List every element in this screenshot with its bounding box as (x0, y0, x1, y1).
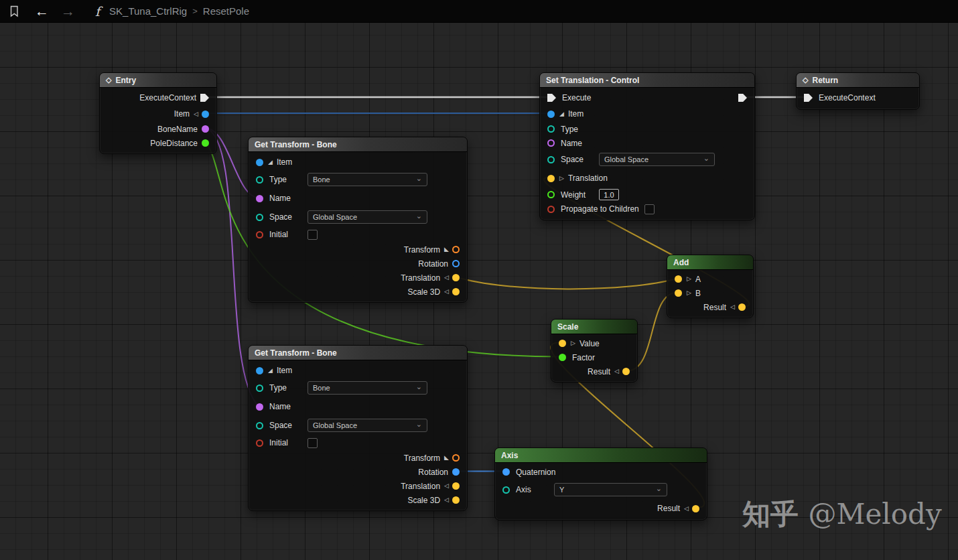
pin-row-bonename: BoneName (100, 122, 216, 136)
weight-pin[interactable] (547, 191, 555, 198)
execute-pin[interactable] (547, 94, 556, 102)
node-get-transform-bone-2[interactable]: Get Transform - Bone ◢ItemTypeBone⌄NameS… (248, 345, 468, 511)
initial-checkbox[interactable] (307, 230, 318, 240)
result-expander-icon[interactable]: ◁ (684, 506, 689, 512)
space-select[interactable]: Global Space⌄ (307, 210, 427, 224)
rotation-pin[interactable] (452, 260, 460, 267)
node-entry-header[interactable]: ◇ Entry (100, 73, 216, 88)
forward-button[interactable]: → (61, 4, 75, 18)
translation-pin[interactable] (452, 482, 460, 490)
name-pin[interactable] (256, 195, 263, 202)
executecontext-pin[interactable] (200, 94, 209, 102)
bonename-pin[interactable] (202, 125, 209, 133)
propagate-to-children-pin[interactable] (547, 206, 555, 213)
node-return-header[interactable]: ◇ Return (797, 73, 919, 88)
transform-pin[interactable] (452, 246, 460, 253)
chevron-down-icon: ⌄ (656, 485, 662, 492)
translation-expander-icon[interactable]: ◁ (444, 275, 449, 281)
node-get-transform-header[interactable]: Get Transform - Bone (249, 346, 467, 360)
transform-pin[interactable] (452, 454, 460, 462)
space-pin[interactable] (547, 156, 555, 163)
rotation-label: Rotation (418, 259, 448, 269)
translation-pin[interactable] (547, 175, 555, 182)
node-axis-header[interactable]: Axis (495, 448, 707, 463)
initial-pin[interactable] (256, 439, 263, 447)
node-set-translation-header[interactable]: Set Translation - Control (540, 73, 754, 88)
node-title: Axis (501, 451, 518, 460)
node-get-transform-bone-1[interactable]: Get Transform - Bone ◢ItemTypeBone⌄NameS… (248, 137, 468, 303)
type-select[interactable]: Bone⌄ (307, 173, 427, 186)
type-select[interactable]: Bone⌄ (307, 381, 427, 395)
b-pin[interactable] (675, 289, 682, 297)
b-expander-icon[interactable]: ▷ (687, 290, 691, 296)
space-pin[interactable] (256, 422, 263, 429)
transform-expander-icon[interactable]: ◣ (444, 247, 449, 253)
name-label: Name (561, 139, 582, 148)
weight-value-field[interactable]: 1.0 (599, 189, 619, 200)
node-get-transform-header[interactable]: Get Transform - Bone (249, 137, 467, 152)
node-add[interactable]: Add ▷A▷BResult◁ (667, 255, 754, 318)
type-pin[interactable] (547, 125, 555, 133)
pin-row-b: ▷B (667, 286, 753, 300)
node-scale-header[interactable]: Scale (551, 320, 637, 334)
rotation-pin[interactable] (452, 468, 460, 476)
breadcrumb-current[interactable]: ResetPole (203, 5, 249, 17)
poledistance-pin[interactable] (202, 139, 209, 147)
item-pin[interactable] (547, 111, 555, 118)
name-pin[interactable] (256, 403, 263, 411)
pin-row-item: Item◁ (100, 106, 216, 122)
scale-3d-expander-icon[interactable]: ◁ (444, 289, 449, 295)
translation-expander-icon[interactable]: ◁ (444, 483, 449, 489)
factor-pin[interactable] (559, 354, 566, 361)
value-expander-icon[interactable]: ▷ (571, 340, 575, 346)
executecontext-pin[interactable] (804, 94, 813, 102)
node-scale[interactable]: Scale ▷ValueFactorResult◁ (551, 319, 638, 382)
pin-row-transform: Transform◣ (249, 451, 467, 465)
result-pin[interactable] (622, 368, 630, 375)
scale-3d-expander-icon[interactable]: ◁ (444, 497, 449, 503)
scale-3d-pin[interactable] (452, 496, 460, 504)
item-pin[interactable] (202, 111, 209, 118)
node-return[interactable]: ◇ Return ExecuteContext (796, 72, 920, 110)
name-pin[interactable] (547, 139, 555, 147)
item-label: Item (174, 109, 190, 119)
pin-row-space: SpaceGlobal Space⌄ (249, 208, 467, 226)
item-expander-icon[interactable]: ◁ (194, 111, 198, 117)
item-expander-icon[interactable]: ◢ (268, 368, 273, 374)
a-expander-icon[interactable]: ▷ (687, 276, 691, 282)
axis-pin[interactable] (502, 486, 510, 494)
breadcrumb-parent[interactable]: SK_Tuna_CtrlRig (109, 5, 187, 17)
node-set-translation-control[interactable]: Set Translation - Control Execute◢ItemTy… (539, 72, 755, 220)
space-pin[interactable] (256, 214, 263, 221)
execute-out-pin[interactable] (738, 94, 747, 102)
initial-checkbox[interactable] (307, 438, 318, 448)
result-pin[interactable] (692, 505, 699, 512)
initial-pin[interactable] (256, 231, 263, 238)
type-pin[interactable] (256, 384, 263, 392)
node-add-header[interactable]: Add (667, 255, 753, 270)
bookmark-icon[interactable] (7, 4, 21, 19)
transform-expander-icon[interactable]: ◣ (444, 455, 449, 461)
propagate-to-children-checkbox[interactable] (644, 204, 655, 214)
result-expander-icon[interactable]: ◁ (614, 368, 619, 374)
item-expander-icon[interactable]: ◢ (559, 111, 564, 117)
type-pin[interactable] (256, 176, 263, 184)
value-pin[interactable] (559, 340, 566, 347)
back-button[interactable]: ← (35, 4, 49, 18)
a-pin[interactable] (675, 275, 682, 283)
scale-3d-pin[interactable] (452, 288, 460, 295)
node-entry[interactable]: ◇ Entry ExecuteContextItem◁BoneNamePoleD… (99, 72, 217, 154)
pin-row-axis: AxisY⌄ (495, 479, 707, 500)
axis-select[interactable]: Y⌄ (554, 483, 667, 496)
space-select[interactable]: Global Space⌄ (307, 419, 427, 432)
quaternion-pin[interactable] (502, 468, 510, 476)
space-select[interactable]: Global Space⌄ (599, 153, 715, 166)
node-axis[interactable]: Axis QuaternionAxisY⌄Result◁ (494, 447, 707, 520)
item-expander-icon[interactable]: ◢ (268, 159, 273, 165)
result-pin[interactable] (738, 303, 746, 311)
item-pin[interactable] (256, 159, 263, 166)
translation-pin[interactable] (452, 274, 460, 281)
item-pin[interactable] (256, 367, 263, 374)
translation-expander-icon[interactable]: ▷ (559, 176, 564, 182)
result-expander-icon[interactable]: ◁ (730, 304, 735, 310)
